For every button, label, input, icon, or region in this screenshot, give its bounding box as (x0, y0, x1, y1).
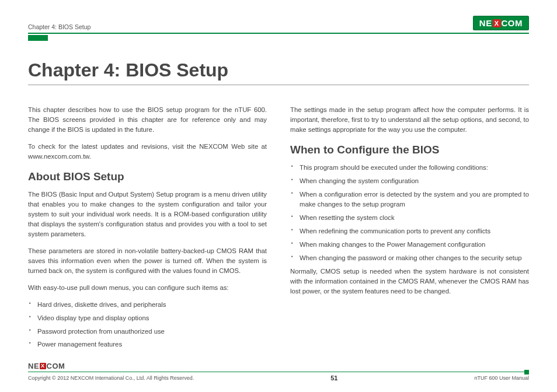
logo-text-post: COM (502, 18, 523, 28)
logo-x-icon: X (40, 363, 46, 369)
logo-text-post: COM (47, 362, 65, 370)
heading-about-bios: About BIOS Setup (28, 169, 267, 186)
about-bullet-list: Hard drives, diskette drives, and periph… (28, 300, 267, 350)
list-item: When making changes to the Power Managem… (291, 240, 529, 250)
right-closing-paragraph: Normally, CMOS setup is needed when the … (290, 267, 529, 296)
when-bullet-list: This program should be executed under th… (290, 163, 529, 263)
about-paragraph-3: With easy-to-use pull down menus, you ca… (28, 283, 267, 293)
list-item: When resetting the system clock (291, 213, 529, 223)
header-rule (28, 33, 529, 34)
logo-x-icon: X (493, 19, 501, 27)
running-head: Chapter 4: BIOS Setup (28, 23, 90, 30)
list-item: This program should be executed under th… (291, 163, 529, 173)
about-paragraph-2: These parameters are stored in non-volat… (28, 246, 267, 276)
logo-text-pre: NE (28, 362, 39, 370)
intro-paragraph-1: This chapter describes how to use the BI… (28, 105, 267, 135)
document-name: nTUF 600 User Manual (474, 375, 529, 381)
list-item: Power management features (29, 340, 267, 349)
list-item: When redefining the communication ports … (291, 226, 529, 236)
list-item: When changing the password or making oth… (291, 253, 529, 263)
footer-rule (28, 372, 529, 373)
footer-accent-block (524, 370, 529, 374)
list-item: Password protection from unauthorized us… (29, 327, 267, 337)
list-item: Video display type and display options (29, 313, 267, 323)
header-accent-block (28, 35, 48, 41)
page-number: 51 (330, 374, 337, 382)
copyright-text: Copyright © 2012 NEXCOM International Co… (28, 375, 194, 381)
page-footer: NE X COM Copyright © 2012 NEXCOM Interna… (28, 362, 529, 382)
about-paragraph-1: The BIOS (Basic Input and Output System)… (28, 190, 267, 239)
column-left: This chapter describes how to use the BI… (28, 105, 267, 353)
heading-when-configure: When to Configure the BIOS (290, 142, 529, 159)
list-item: Hard drives, diskette drives, and periph… (29, 300, 267, 310)
list-item: When changing the system configuration (291, 176, 529, 186)
logo-text-pre: NE (479, 18, 492, 28)
list-item: When a configuration error is detected b… (291, 190, 529, 209)
right-intro-paragraph: The settings made in the setup program a… (290, 105, 529, 135)
brand-logo-footer: NE X COM (28, 362, 529, 370)
brand-logo-header: NE X COM (473, 16, 529, 30)
column-right: The settings made in the setup program a… (290, 105, 529, 353)
intro-paragraph-2: To check for the latest updates and revi… (28, 142, 267, 162)
chapter-title: Chapter 4: BIOS Setup (28, 60, 529, 85)
